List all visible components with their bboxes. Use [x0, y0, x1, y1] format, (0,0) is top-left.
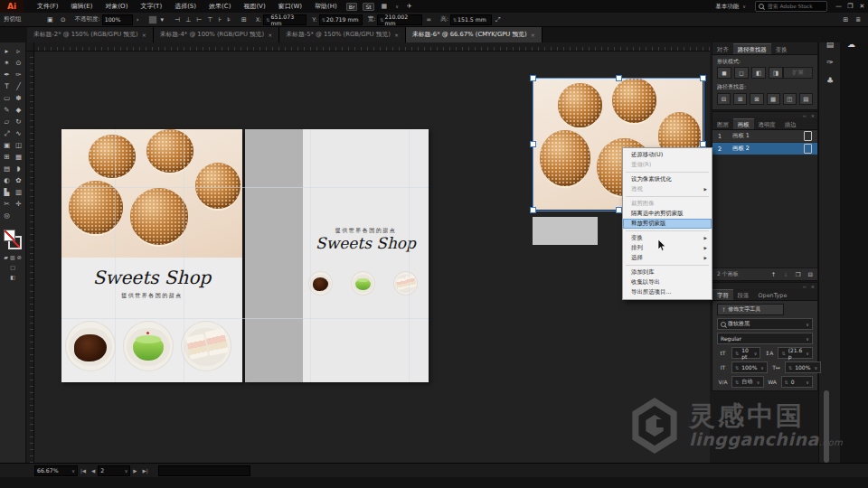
- rectangle-tool[interactable]: ▭: [1, 92, 13, 104]
- control-menu-icon[interactable]: ≣: [852, 16, 864, 23]
- tab-close-icon[interactable]: ×: [268, 32, 272, 38]
- panel-tab[interactable]: 变换: [771, 43, 792, 54]
- opacity-more-icon[interactable]: ›: [133, 16, 143, 23]
- exclude-icon[interactable]: ◨: [769, 67, 783, 79]
- font-family-field[interactable]: 微软雅黑: [717, 318, 813, 330]
- close-icon[interactable]: ×: [811, 284, 815, 289]
- panel-tab[interactable]: 路径查找器: [733, 43, 771, 54]
- context-menu-item[interactable]: 释放剪切蒙版 ▶: [623, 219, 712, 229]
- opacity-field[interactable]: 100%: [102, 14, 133, 25]
- crop-icon[interactable]: ▦: [767, 93, 780, 105]
- document-tab[interactable]: 未标题-6* @ 66.67% (CMYK/GPU 预览) ×: [406, 26, 542, 42]
- horizontal-scale-field[interactable]: 100%: [785, 361, 821, 373]
- previous-artboard-icon[interactable]: ◀: [89, 468, 98, 474]
- scale-tool[interactable]: ⤢: [1, 127, 13, 139]
- rotate-tool[interactable]: ↻: [13, 116, 24, 127]
- panel-tab[interactable]: 对齐: [712, 43, 733, 54]
- last-artboard-icon[interactable]: ▶|: [140, 468, 151, 474]
- menu-item[interactable]: 效果(C): [203, 2, 237, 11]
- align-right-icon[interactable]: ⊢: [194, 16, 203, 23]
- layer-cake-photo-small[interactable]: [393, 271, 418, 296]
- artboard-1[interactable]: Sweets Shop 提供世界各国的甜点: [61, 129, 242, 382]
- chocolate-cake-photo[interactable]: [65, 321, 116, 371]
- poster2-title[interactable]: Sweets Shop: [303, 234, 429, 252]
- shaper-tool[interactable]: ◆: [13, 104, 24, 116]
- context-menu-item[interactable]: 设为像素级优化 ▶: [623, 174, 712, 184]
- symbols-icon[interactable]: ♣: [826, 76, 834, 85]
- line-segment-tool[interactable]: ╱: [13, 80, 24, 92]
- poster1-subtitle[interactable]: 提供世界各国的甜点: [61, 292, 242, 300]
- arrange-docs-icon[interactable]: ⊞: [839, 16, 852, 23]
- zoom-level-field[interactable]: 66.67%: [34, 465, 78, 476]
- tab-close-icon[interactable]: ×: [142, 32, 146, 38]
- lasso-tool[interactable]: ⊙: [13, 57, 24, 69]
- tracking-field[interactable]: 0: [781, 376, 814, 388]
- document-tab[interactable]: 未标题-2* @ 150% (RGB/GPU 预览) ×: [27, 26, 154, 42]
- minus-front-icon[interactable]: ◻: [734, 67, 749, 79]
- scale-corners-icon[interactable]: ⤢: [492, 16, 505, 23]
- restore-button[interactable]: ❐: [844, 3, 856, 10]
- context-menu-item[interactable]: ▶: [626, 196, 709, 197]
- green-cake-photo-small[interactable]: [351, 271, 375, 296]
- fill-swatch[interactable]: [4, 230, 15, 241]
- style-chevron-icon[interactable]: ▾: [157, 16, 168, 23]
- curvature-tool[interactable]: ✑: [13, 69, 24, 80]
- menu-item[interactable]: 视图(V): [237, 2, 271, 11]
- width-field[interactable]: 210.002 mm: [377, 14, 422, 25]
- panel-tab[interactable]: OpenType: [754, 289, 792, 300]
- font-size-field[interactable]: 10 pt: [731, 347, 760, 359]
- collapse-icon[interactable]: ‹‹: [803, 284, 807, 289]
- chevron-down-icon[interactable]: ∨: [392, 4, 402, 9]
- minimize-button[interactable]: —: [833, 3, 844, 10]
- selection-handle[interactable]: [530, 207, 536, 213]
- vertical-scale-field[interactable]: 100%: [731, 361, 768, 373]
- expand-button[interactable]: 扩展: [783, 67, 813, 79]
- collapse-icon[interactable]: ‹‹: [803, 113, 807, 118]
- artboard-page-icon[interactable]: [804, 144, 812, 154]
- selection-handle[interactable]: [700, 141, 706, 147]
- gray-rectangle-object[interactable]: [533, 217, 598, 245]
- gray-sidebar-block[interactable]: [245, 129, 303, 382]
- column-graph-tool[interactable]: ▙: [1, 186, 13, 198]
- context-menu-item[interactable]: 裁剪图像 ▶: [623, 199, 712, 209]
- selection-handle[interactable]: [616, 75, 622, 81]
- minus-back-icon[interactable]: ▤: [799, 93, 813, 105]
- font-style-field[interactable]: Regular: [717, 333, 813, 344]
- panel-tab[interactable]: 段落: [733, 289, 754, 300]
- panel-tab[interactable]: 字符: [712, 289, 733, 300]
- vertical-ruler[interactable]: [25, 51, 34, 463]
- color-icon[interactable]: ▰: [4, 254, 8, 260]
- blend-tool[interactable]: ◐: [1, 174, 13, 186]
- draw-mode-icon[interactable]: ▢: [10, 264, 15, 270]
- ruler-origin[interactable]: [25, 42, 34, 52]
- layer-cake-photo[interactable]: [181, 321, 231, 371]
- menu-item[interactable]: 窗口(W): [272, 2, 308, 11]
- tab-close-icon[interactable]: ×: [531, 32, 535, 38]
- pencil-tool[interactable]: ✎: [1, 104, 13, 116]
- reference-point-icon[interactable]: ⊞: [238, 16, 250, 23]
- outline-icon[interactable]: ◫: [783, 93, 797, 105]
- mesh-tool[interactable]: ▦: [13, 151, 24, 163]
- align-bottom-icon[interactable]: ⊧: [225, 16, 232, 23]
- new-artboard-icon[interactable]: ❐: [796, 271, 801, 278]
- arrange-documents-icon[interactable]: ▦: [377, 3, 392, 10]
- context-menu-item[interactable]: 透视 ▶: [623, 184, 712, 194]
- context-menu-item[interactable]: ▶: [626, 230, 709, 231]
- menu-item[interactable]: 帮助(H): [308, 2, 344, 11]
- move-down-icon[interactable]: ↓: [783, 271, 788, 278]
- artboard-tool[interactable]: ▥: [13, 186, 24, 198]
- trim-icon[interactable]: ⊞: [733, 93, 747, 105]
- poster1-title[interactable]: Sweets Shop: [61, 267, 242, 288]
- selection-handle[interactable]: [530, 141, 536, 147]
- eraser-tool[interactable]: ▱: [1, 116, 13, 127]
- menu-item[interactable]: 选择(S): [168, 2, 203, 11]
- workspace-switcher[interactable]: 基本功能: [715, 3, 739, 11]
- gradient-tool[interactable]: ▤: [1, 163, 13, 174]
- free-transform-tool[interactable]: ▣: [1, 139, 13, 151]
- align-top-icon[interactable]: ⊤: [205, 16, 214, 23]
- intersect-icon[interactable]: ◧: [751, 67, 766, 79]
- type-tool[interactable]: T: [1, 80, 13, 92]
- merge-icon[interactable]: ⊠: [750, 93, 763, 105]
- close-button[interactable]: ✕: [856, 3, 868, 10]
- 画板 2[interactable]: 2 画板 2: [712, 143, 817, 155]
